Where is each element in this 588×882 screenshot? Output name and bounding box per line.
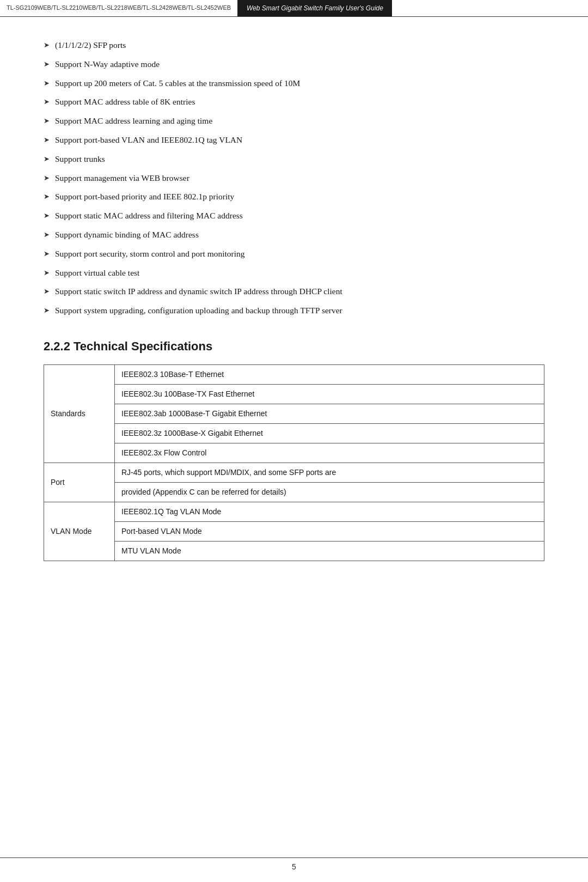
bullet-arrow-icon: ➤ [44,248,50,260]
bullet-text: Support N-Way adaptive mode [55,58,544,71]
bullet-text: Support static switch IP address and dyn… [55,285,544,299]
header-model: TL-SG2109WEB/TL-SL2210WEB/TL-SL2218WEB/T… [0,0,238,16]
table-row: VLAN ModeIEEE802.1Q Tag VLAN Mode [44,502,544,521]
list-item: ➤Support static switch IP address and dy… [44,285,544,299]
bullet-arrow-icon: ➤ [44,40,50,51]
table-value-cell: MTU VLAN Mode [115,541,544,561]
bullet-text: Support trunks [55,153,544,166]
page: TL-SG2109WEB/TL-SL2210WEB/TL-SL2218WEB/T… [0,0,588,882]
bullet-arrow-icon: ➤ [44,59,50,70]
table-value-cell: IEEE802.3z 1000Base-X Gigabit Ethernet [115,423,544,443]
table-value-cell: provided (Appendix C can be referred for… [115,482,544,502]
table-value-cell: IEEE802.3u 100Base-TX Fast Ethernet [115,384,544,404]
bullet-arrow-icon: ➤ [44,135,50,146]
list-item: ➤Support up 200 meters of Cat. 5 cables … [44,77,544,90]
table-row: StandardsIEEE802.3 10Base-T Ethernet [44,364,544,384]
feature-list: ➤(1/1/1/2/2) SFP ports➤Support N-Way ada… [44,39,544,318]
bullet-text: (1/1/1/2/2) SFP ports [55,39,544,52]
list-item: ➤(1/1/1/2/2) SFP ports [44,39,544,52]
section-number: 2.2.2 [44,339,70,353]
table-value-cell: IEEE802.1Q Tag VLAN Mode [115,502,544,521]
table-row: IEEE802.3x Flow Control [44,443,544,463]
list-item: ➤Support dynamic binding of MAC address [44,228,544,242]
table-label-cell: Port [44,463,115,502]
bullet-text: Support port-based priority and IEEE 802… [55,190,544,204]
table-row: Port-based VLAN Mode [44,521,544,541]
bullet-text: Support up 200 meters of Cat. 5 cables a… [55,77,544,90]
bullet-arrow-icon: ➤ [44,229,50,241]
table-label-cell: Standards [44,364,115,463]
bullet-text: Support port-based VLAN and IEEE802.1Q t… [55,133,544,147]
bullet-arrow-icon: ➤ [44,210,50,222]
section-heading: 2.2.2 Technical Specifications [44,339,544,354]
bullet-text: Support dynamic binding of MAC address [55,228,544,242]
section-title: Technical Specifications [74,339,212,353]
footer: 5 [0,857,588,871]
main-content: ➤(1/1/1/2/2) SFP ports➤Support N-Way ada… [0,17,588,594]
bullet-arrow-icon: ➤ [44,154,50,165]
table-value-cell: RJ-45 ports, which support MDI/MDIX, and… [115,463,544,482]
bullet-arrow-icon: ➤ [44,173,50,184]
table-row: IEEE802.3u 100Base-TX Fast Ethernet [44,384,544,404]
bullet-arrow-icon: ➤ [44,191,50,203]
table-row: PortRJ-45 ports, which support MDI/MDIX,… [44,463,544,482]
list-item: ➤Support port-based VLAN and IEEE802.1Q … [44,133,544,147]
table-label-cell: VLAN Mode [44,502,115,561]
bullet-arrow-icon: ➤ [44,286,50,297]
list-item: ➤Support static MAC address and filterin… [44,209,544,223]
list-item: ➤Support virtual cable test [44,266,544,280]
list-item: ➤Support MAC address learning and aging … [44,114,544,128]
table-value-cell: Port-based VLAN Mode [115,521,544,541]
bullet-arrow-icon: ➤ [44,96,50,108]
table-row: IEEE802.3z 1000Base-X Gigabit Ethernet [44,423,544,443]
list-item: ➤Support N-Way adaptive mode [44,58,544,71]
list-item: ➤Support port security, storm control an… [44,247,544,261]
bullet-text: Support management via WEB browser [55,172,544,185]
spec-table: StandardsIEEE802.3 10Base-T EthernetIEEE… [44,364,544,561]
bullet-arrow-icon: ➤ [44,267,50,279]
list-item: ➤Support MAC address table of 8K entries [44,95,544,109]
table-row: provided (Appendix C can be referred for… [44,482,544,502]
page-number: 5 [292,862,296,871]
list-item: ➤Support system upgrading, configuration… [44,304,544,318]
bullet-arrow-icon: ➤ [44,115,50,127]
list-item: ➤Support port-based priority and IEEE 80… [44,190,544,204]
bullet-text: Support MAC address learning and aging t… [55,114,544,128]
list-item: ➤Support trunks [44,153,544,166]
table-row: MTU VLAN Mode [44,541,544,561]
bullet-arrow-icon: ➤ [44,305,50,317]
table-row: IEEE802.3ab 1000Base-T Gigabit Ethernet [44,404,544,423]
list-item: ➤Support management via WEB browser [44,172,544,185]
bullet-arrow-icon: ➤ [44,78,50,89]
table-value-cell: IEEE802.3ab 1000Base-T Gigabit Ethernet [115,404,544,423]
bullet-text: Support port security, storm control and… [55,247,544,261]
bullet-text: Support MAC address table of 8K entries [55,95,544,109]
header-title: Web Smart Gigabit Switch Family User's G… [238,0,392,16]
table-value-cell: IEEE802.3x Flow Control [115,443,544,463]
bullet-text: Support virtual cable test [55,266,544,280]
bullet-text: Support system upgrading, configuration … [55,304,544,318]
bullet-text: Support static MAC address and filtering… [55,209,544,223]
header-bar: TL-SG2109WEB/TL-SL2210WEB/TL-SL2218WEB/T… [0,0,588,17]
table-value-cell: IEEE802.3 10Base-T Ethernet [115,364,544,384]
